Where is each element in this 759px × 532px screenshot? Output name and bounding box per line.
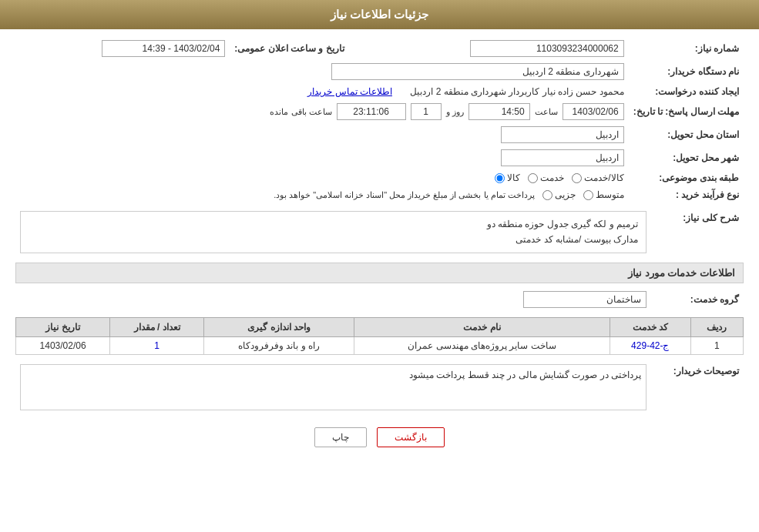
general-desc-line1: ترمیم و لکه گیری جدول حوزه منطقه دو xyxy=(29,216,638,232)
response-time-label: ساعت xyxy=(535,107,558,117)
general-desc-label: شرح کلی نیاز: xyxy=(651,208,744,256)
table-row: 1ج-42-429ساخت سایر پروژه‌های مهندسی عمرا… xyxy=(16,337,744,355)
col-code: کد خدمت xyxy=(610,318,690,337)
col-row: ردیف xyxy=(690,318,743,337)
category-radio-goods-service[interactable] xyxy=(572,173,582,183)
table-cell: 1 xyxy=(110,337,204,355)
col-count: تعداد / مقدار xyxy=(110,318,204,337)
creator-value: محمود حسن زاده نیار کاربردار شهرداری منط… xyxy=(410,86,623,97)
table-cell: ج-42-429 xyxy=(610,337,690,355)
category-radio-group: کالا/خدمت خدمت کالا xyxy=(495,172,623,183)
response-deadline-label: مهلت ارسال پاسخ: تا تاریخ: xyxy=(629,100,744,123)
remaining-day: 1 xyxy=(411,103,442,120)
city-label: شهر محل تحویل: xyxy=(629,146,744,169)
back-button[interactable]: بازگشت xyxy=(377,427,445,447)
general-desc-line2: مدارک بیوست /مشابه کد خدمتی xyxy=(29,232,638,247)
service-group-value: ساختمان xyxy=(523,291,646,308)
purchase-note: پرداخت تمام یا بخشی از مبلغ خریداز محل "… xyxy=(274,190,535,200)
service-info-title: اطلاعات خدمات مورد نیاز xyxy=(15,263,744,283)
response-date: 1403/02/06 xyxy=(563,103,624,120)
remaining-text: ساعت باقی مانده xyxy=(270,107,331,117)
category-option-goods-service[interactable]: کالا/خدمت xyxy=(572,172,623,183)
table-cell: 1403/02/06 xyxy=(16,337,110,355)
province-label: استان محل تحویل: xyxy=(629,123,744,146)
page-header: جزئیات اطلاعات نیاز xyxy=(0,0,759,29)
category-option2-label: خدمت xyxy=(540,172,564,183)
purchase-radio-medium[interactable] xyxy=(583,190,593,200)
contact-link[interactable]: اطلاعات تماس خریدار xyxy=(307,86,392,97)
category-radio-goods[interactable] xyxy=(495,173,505,183)
table-cell: ساخت سایر پروژه‌های مهندسی عمران xyxy=(354,337,610,355)
province-value: اردبیل xyxy=(501,126,624,143)
buyer-notes-box: پرداختی در صورت گشایش مالی در چند قسط پر… xyxy=(20,364,646,410)
table-cell: راه و باند وفرفرودکاه xyxy=(204,337,354,355)
col-name: نام خدمت xyxy=(354,318,610,337)
response-time: 14:50 xyxy=(468,103,530,120)
service-group-label: گروه خدمت: xyxy=(651,288,744,311)
remaining-time: 23:11:06 xyxy=(337,103,406,120)
purchase-option-partial[interactable]: جزیی xyxy=(542,189,576,200)
announce-date-value: 1403/02/04 - 14:39 xyxy=(102,40,225,57)
buyer-notes-label: توصیحات خریدار: xyxy=(651,361,744,413)
purchase-option2-label: متوسط xyxy=(596,189,624,200)
col-unit: واحد اندازه گیری xyxy=(204,318,354,337)
buyer-name-value: شهرداری منطقه 2 اردبیل xyxy=(331,63,624,80)
remaining-day-label: روز و xyxy=(446,107,464,117)
category-option3-label: کالا/خدمت xyxy=(584,172,623,183)
table-cell: 1 xyxy=(690,337,743,355)
purchase-radio-partial[interactable] xyxy=(542,190,552,200)
print-button[interactable]: چاپ xyxy=(314,427,367,447)
category-option-service[interactable]: خدمت xyxy=(528,172,564,183)
col-date: تاریخ نیاز xyxy=(16,318,110,337)
category-option1-label: کالا xyxy=(507,172,520,183)
services-table: ردیف کد خدمت نام خدمت واحد اندازه گیری ت… xyxy=(15,317,744,355)
action-buttons: بازگشت چاپ xyxy=(15,418,744,455)
creator-label: ایجاد کننده درخواست: xyxy=(629,83,744,100)
need-number-label: شماره نیاز: xyxy=(629,37,744,60)
page-title: جزئیات اطلاعات نیاز xyxy=(331,8,428,21)
purchase-option-medium[interactable]: متوسط xyxy=(583,189,624,200)
announce-date-label: تاریخ و ساعت اعلان عمومی: xyxy=(230,37,348,60)
general-desc-box: ترمیم و لکه گیری جدول حوزه منطقه دو مدار… xyxy=(20,211,646,253)
category-label: طبقه بندی موضوعی: xyxy=(629,169,744,186)
city-value: اردبیل xyxy=(501,149,624,166)
category-option-goods[interactable]: کالا xyxy=(495,172,520,183)
buyer-name-label: نام دستگاه خریدار: xyxy=(629,60,744,83)
purchase-type-label: نوع فرآیند خرید : xyxy=(629,186,744,203)
buyer-notes-value: پرداختی در صورت گشایش مالی در چند قسط پر… xyxy=(409,370,641,380)
need-number-value: 1103093234000062 xyxy=(470,40,624,57)
category-radio-service[interactable] xyxy=(528,173,538,183)
purchase-option1-label: جزیی xyxy=(555,189,576,200)
